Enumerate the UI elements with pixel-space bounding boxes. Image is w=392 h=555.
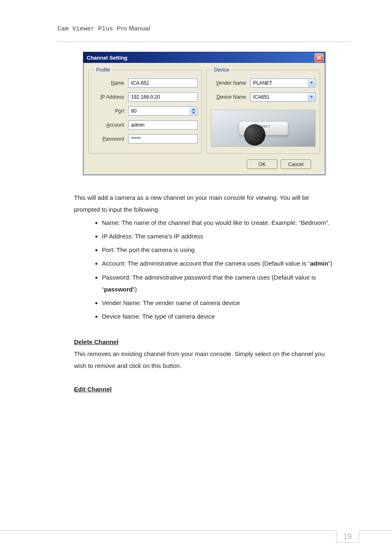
intro-paragraph: This will add a camera as a new channel … — [74, 192, 334, 216]
bullet-list: Name: The name of the channel that you w… — [74, 217, 334, 323]
page-number: 19 — [336, 530, 359, 543]
name-input[interactable]: ICA-651 — [128, 79, 198, 88]
chevron-down-icon[interactable] — [308, 93, 315, 101]
vendor-label: Vender Name — [211, 80, 250, 86]
list-item: Device Name: The type of camera device — [102, 310, 334, 322]
edit-channel-heading: Edit Channel — [74, 383, 112, 395]
ip-label: IP Address — [93, 94, 128, 100]
chevron-down-icon[interactable] — [308, 79, 315, 87]
name-label: Name — [93, 80, 128, 86]
vendor-select[interactable]: PLANET — [250, 79, 316, 88]
port-spinner[interactable] — [190, 107, 197, 115]
device-group: Device Vender Name PLANET Device Name — [206, 67, 320, 154]
cancel-button[interactable]: Cancel — [281, 160, 311, 169]
header-light: Cam Viewer Plus — [58, 25, 117, 32]
spinner-down-icon[interactable] — [190, 111, 197, 115]
channel-setting-dialog: Channel Setting Profile Name ICA-651 — [83, 52, 325, 175]
header-rule — [58, 42, 351, 42]
body-text: This will add a camera as a new channel … — [58, 192, 351, 395]
password-input[interactable]: ***** — [128, 134, 198, 143]
device-name-select[interactable]: ICA651 — [250, 92, 316, 102]
dialog-title: Channel Setting — [87, 55, 315, 61]
list-item: IP Address: The camera’s IP address — [102, 230, 334, 242]
account-label: Account — [93, 122, 128, 128]
header-heavy: Pro Manual — [117, 25, 150, 32]
ok-button[interactable]: OK — [247, 160, 277, 169]
close-icon — [317, 56, 321, 60]
page-header: Cam Viewer Plus Pro Manual — [58, 25, 351, 32]
device-name-label: Device Name — [211, 94, 250, 100]
list-item: Account: The administrative account that… — [102, 257, 334, 269]
list-item: Vender Name: The vender name of camera d… — [102, 297, 334, 309]
dialog-titlebar: Channel Setting — [83, 52, 325, 63]
page-footer: 19 — [0, 530, 392, 543]
ip-input[interactable]: 192.168.0.20 — [128, 92, 198, 102]
delete-channel-heading: Delete Channel — [74, 336, 118, 348]
password-label: Password — [93, 136, 128, 142]
device-preview-image: PLANET — [211, 110, 316, 147]
close-button[interactable] — [315, 53, 323, 62]
profile-group: Profile Name ICA-651 IP Address 192.168.… — [88, 67, 202, 154]
port-input[interactable]: 80 — [128, 106, 198, 116]
device-legend: Device — [212, 67, 231, 73]
list-item: Name: The name of the channel that you w… — [102, 217, 334, 229]
account-input[interactable]: admin — [128, 120, 198, 130]
spinner-up-icon[interactable] — [190, 107, 197, 111]
delete-channel-text: This removes an existing channel from yo… — [74, 348, 334, 372]
profile-legend: Profile — [95, 67, 112, 73]
camera-dome-icon — [244, 124, 265, 146]
list-item: Port: The port the camera is using — [102, 244, 334, 256]
port-label: Port — [93, 108, 128, 114]
list-item: Password: The administrative password th… — [102, 271, 334, 296]
